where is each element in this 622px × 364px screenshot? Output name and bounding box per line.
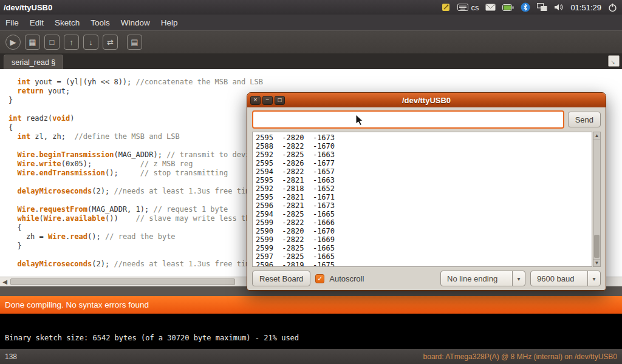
tab-serial-read[interactable]: serial_read § bbox=[4, 55, 63, 69]
new-button[interactable]: □ bbox=[44, 35, 60, 50]
tab-bar: serial_read § → bbox=[0, 53, 622, 69]
serial-controls: Reset Board ✓ Autoscroll No line ending … bbox=[247, 267, 606, 290]
notes-applet-icon[interactable] bbox=[441, 2, 451, 12]
baud-dropdown[interactable]: 9600 baud ▾ bbox=[530, 271, 601, 286]
network-icon[interactable] bbox=[537, 3, 547, 12]
status-message: Done compiling. No syntax errors found bbox=[5, 300, 149, 309]
serial-output-line: 2594 -2825 -1665 bbox=[256, 210, 589, 218]
open-button[interactable]: ↑ bbox=[64, 35, 79, 50]
serial-output-line: 2592 -2825 -1663 bbox=[256, 150, 589, 159]
serial-input-row: Send bbox=[247, 107, 606, 132]
footer: 138 board: ATmega328P(A) @ 8 MHz (intern… bbox=[0, 349, 622, 364]
reset-board-button[interactable]: Reset Board bbox=[252, 271, 310, 286]
scroll-thumb[interactable] bbox=[594, 235, 600, 258]
baud-value: 9600 baud bbox=[531, 271, 587, 286]
autoscroll-label: Autoscroll bbox=[329, 274, 364, 283]
menu-help[interactable]: Help bbox=[156, 18, 183, 27]
mouse-cursor bbox=[355, 114, 364, 129]
volume-icon[interactable] bbox=[554, 3, 564, 12]
status-bar: Done compiling. No syntax errors found bbox=[0, 296, 622, 314]
toolbar: ▶▦□↑↓⇄▤ bbox=[0, 30, 622, 53]
tab-menu-button[interactable]: → bbox=[608, 55, 620, 67]
session-power-icon[interactable] bbox=[608, 3, 617, 12]
serial-output-line: 2595 -2821 -1671 bbox=[256, 193, 589, 201]
bluetooth-icon[interactable] bbox=[521, 2, 530, 12]
system-tray: cs 01:51:29 bbox=[441, 2, 622, 12]
system-top-bar: /dev/ttyUSB0 cs bbox=[0, 0, 622, 15]
serial-output-line: 2588 -2822 -1670 bbox=[256, 142, 589, 150]
menu-bar: FileEditSketchToolsWindowHelp bbox=[0, 15, 622, 30]
serial-output-line: 2595 -2821 -1663 bbox=[256, 176, 589, 184]
code-line: int yout = (yl|(yh << 8)); //concatenate… bbox=[9, 78, 622, 87]
keyboard-icon bbox=[457, 4, 468, 11]
send-button[interactable]: Send bbox=[568, 112, 601, 127]
menu-file[interactable]: File bbox=[0, 18, 24, 27]
serial-output-line: 2590 -2820 -1670 bbox=[256, 227, 589, 235]
scroll-up-arrow-icon[interactable]: ▲ bbox=[593, 132, 600, 140]
serial-output-line: 2592 -2818 -1652 bbox=[256, 184, 589, 193]
hscroll-left-arrow-icon[interactable]: ◀ bbox=[0, 277, 10, 286]
autoscroll-checkbox[interactable]: ✓ bbox=[315, 274, 324, 283]
serial-output-line: 2599 -2822 -1666 bbox=[256, 218, 589, 227]
keyboard-layout-indicator[interactable]: cs bbox=[457, 3, 479, 12]
menu-tools[interactable]: Tools bbox=[85, 18, 115, 27]
board-info: board: ATmega328P(A) @ 8 MHz (internal) … bbox=[423, 352, 617, 361]
line-ending-dropdown[interactable]: No line ending ▾ bbox=[440, 271, 525, 286]
serial-output-line: 2597 -2825 -1665 bbox=[256, 252, 589, 261]
serial-output-line: 2599 -2822 -1669 bbox=[256, 235, 589, 244]
hscroll-thumb[interactable] bbox=[10, 278, 235, 285]
serial-output-line: 2596 -2819 -1675 bbox=[256, 261, 589, 267]
serial-output-line: 2595 -2820 -1673 bbox=[256, 133, 589, 142]
serial-output-line: 2595 -2826 -1677 bbox=[256, 159, 589, 167]
serial-output-line: 2599 -2825 -1665 bbox=[256, 244, 589, 252]
scroll-down-arrow-icon[interactable]: ▼ bbox=[593, 259, 600, 266]
active-window-title: /dev/ttyUSB0 bbox=[0, 3, 52, 12]
window-title: /dev/ttyUSB0 bbox=[247, 96, 606, 105]
window-maximize-button[interactable]: □ bbox=[275, 96, 285, 105]
line-ending-chevron-down-icon[interactable]: ▾ bbox=[512, 271, 525, 286]
serial-monitor-window: /dev/ttyUSB0 ×−□ Send 2595 -2820 -167325… bbox=[247, 92, 606, 291]
input-language-label: cs bbox=[471, 3, 479, 12]
tab-menu-arrow-icon: → bbox=[609, 56, 618, 66]
line-number: 138 bbox=[5, 352, 17, 361]
serial-output-line: 2594 -2822 -1657 bbox=[256, 167, 589, 176]
toolbar-buttons: ▶▦□↑↓⇄▤ bbox=[0, 35, 142, 50]
verify-button[interactable]: ▶ bbox=[5, 35, 21, 50]
serial-output[interactable]: 2595 -2820 -16732588 -2822 -16702592 -28… bbox=[252, 132, 592, 267]
battery-icon[interactable] bbox=[502, 4, 514, 11]
serial-monitor-button[interactable]: ▤ bbox=[127, 35, 142, 50]
window-close-button[interactable]: × bbox=[250, 96, 261, 105]
console-text: Binary sketch size: 6542 bytes (of a 307… bbox=[5, 334, 299, 342]
serial-input[interactable] bbox=[252, 110, 564, 129]
window-titlebar[interactable]: /dev/ttyUSB0 ×−□ bbox=[247, 93, 606, 107]
menu-edit[interactable]: Edit bbox=[24, 18, 49, 27]
serial-output-wrap: 2595 -2820 -16732588 -2822 -16702592 -28… bbox=[252, 132, 601, 267]
save-button[interactable]: ↓ bbox=[83, 35, 98, 50]
line-ending-value: No line ending bbox=[441, 271, 512, 286]
menu-sketch[interactable]: Sketch bbox=[49, 18, 85, 27]
window-minimize-button[interactable]: − bbox=[262, 96, 273, 105]
menu-window[interactable]: Window bbox=[115, 18, 156, 27]
console: Binary sketch size: 6542 bytes (of a 307… bbox=[0, 314, 622, 349]
serial-output-line: 2596 -2821 -1673 bbox=[256, 201, 589, 210]
stop-button[interactable]: ▦ bbox=[25, 35, 40, 50]
screen: /dev/ttyUSB0 cs bbox=[0, 0, 622, 364]
serial-scrollbar[interactable]: ▲ ▼ bbox=[593, 132, 601, 267]
baud-chevron-down-icon[interactable]: ▾ bbox=[587, 271, 600, 286]
upload-button[interactable]: ⇄ bbox=[103, 35, 118, 50]
window-buttons: ×−□ bbox=[247, 96, 285, 105]
clock[interactable]: 01:51:29 bbox=[570, 3, 601, 12]
mail-icon[interactable] bbox=[485, 4, 496, 11]
